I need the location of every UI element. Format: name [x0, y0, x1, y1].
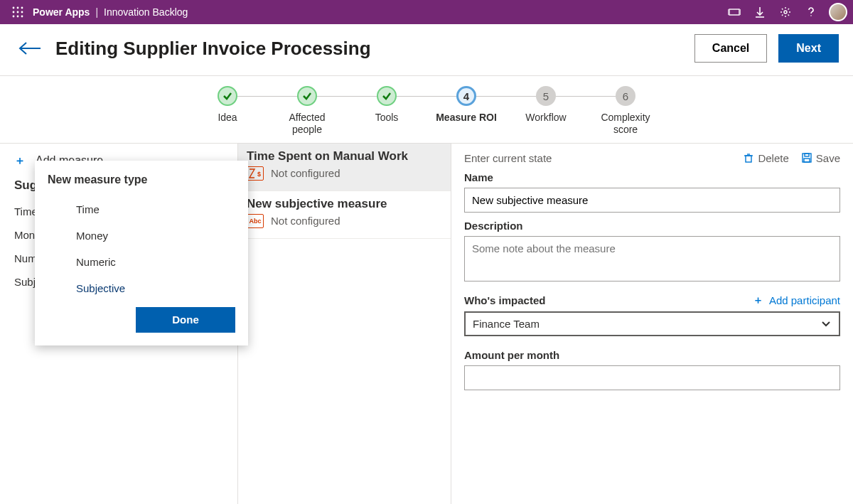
measure-status: Not configured	[271, 167, 340, 179]
svg-point-8	[21, 16, 23, 18]
svg-text:$: $	[257, 171, 261, 178]
svg-point-14	[784, 11, 787, 14]
svg-point-7	[17, 16, 19, 18]
step-circle	[377, 86, 397, 106]
measures-column: Time Spent on Manual Work$Not configured…	[238, 144, 451, 504]
svg-point-15	[810, 15, 812, 16]
download-icon[interactable]	[748, 0, 772, 24]
measure-status: Not configured	[271, 215, 340, 227]
page-header: Editing Supplier Invoice Processing Canc…	[0, 24, 853, 76]
svg-point-2	[21, 7, 23, 9]
measure-title: New subjective measure	[247, 197, 442, 211]
step-1[interactable]: Idea	[188, 86, 267, 124]
popover-option[interactable]: Subjective	[48, 275, 235, 301]
who-row: Who's impacted ＋ Add participant	[464, 294, 840, 307]
name-label: Name	[464, 171, 840, 183]
svg-point-1	[17, 7, 19, 9]
cancel-button[interactable]: Cancel	[694, 34, 767, 63]
step-label: Measure ROI	[436, 112, 497, 124]
user-avatar[interactable]	[829, 3, 847, 21]
popover-option[interactable]: Money	[48, 222, 235, 249]
fit-icon[interactable]	[722, 0, 746, 24]
svg-point-6	[13, 16, 15, 18]
name-input[interactable]	[464, 188, 840, 213]
svg-rect-9	[729, 9, 739, 15]
svg-point-4	[17, 11, 19, 14]
step-label: Affected people	[275, 112, 339, 136]
content-area: ＋ Add measure Suggested TimeMoneyNumeric…	[0, 144, 853, 504]
step-label: Complexity score	[594, 112, 658, 136]
measure-item[interactable]: New subjective measureAbcNot configured	[238, 191, 451, 239]
amount-input[interactable]	[464, 365, 840, 390]
topbar-separator: |	[95, 6, 98, 18]
who-label: Who's impacted	[464, 294, 545, 306]
page-title: Editing Supplier Invoice Processing	[55, 38, 683, 60]
topbar-right	[722, 0, 847, 24]
svg-point-3	[13, 11, 15, 14]
save-button[interactable]: Save	[802, 152, 840, 164]
who-select[interactable]: Finance Team	[464, 311, 840, 336]
top-bar: Power Apps | Innovation Backlog	[0, 0, 853, 24]
description-input[interactable]	[464, 236, 840, 282]
measure-item[interactable]: Time Spent on Manual Work$Not configured	[238, 144, 451, 191]
step-4[interactable]: 4Measure ROI	[426, 86, 506, 124]
step-3[interactable]: Tools	[347, 86, 426, 124]
step-6[interactable]: 6Complexity score	[586, 86, 665, 136]
svg-point-5	[21, 11, 23, 14]
app-launcher-icon[interactable]	[6, 0, 30, 24]
who-value: Finance Team	[473, 318, 540, 330]
svg-rect-23	[804, 159, 810, 162]
step-circle: 6	[616, 86, 635, 106]
svg-rect-18	[746, 156, 751, 162]
plus-icon: ＋	[14, 154, 26, 168]
popover-option[interactable]: Time	[48, 196, 235, 222]
step-circle	[297, 86, 317, 106]
amount-label: Amount per month	[464, 349, 840, 361]
svg-rect-22	[805, 154, 809, 156]
form-top-row: Enter current state Delete Save	[464, 152, 840, 164]
form-column: Enter current state Delete Save Name Des…	[451, 144, 853, 504]
popover-title: New measure type	[48, 173, 235, 186]
description-label: Description	[464, 220, 840, 232]
step-label: Tools	[375, 112, 399, 124]
svg-point-0	[13, 7, 15, 9]
time-icon: $	[247, 166, 264, 181]
trash-icon	[744, 153, 753, 163]
step-2[interactable]: Affected people	[267, 86, 347, 136]
add-participant-button[interactable]: ＋ Add participant	[753, 294, 840, 307]
back-button[interactable]	[16, 34, 44, 63]
step-circle: 4	[456, 86, 476, 106]
step-circle	[218, 86, 237, 106]
stepper: IdeaAffected peopleTools4Measure ROI5Wor…	[0, 76, 853, 144]
popover-option[interactable]: Numeric	[48, 249, 235, 275]
settings-icon[interactable]	[773, 0, 798, 24]
step-5[interactable]: 5Workflow	[506, 86, 586, 124]
step-label: Workflow	[525, 112, 566, 124]
next-button[interactable]: Next	[778, 34, 839, 63]
state-title: Enter current state	[464, 152, 552, 164]
popover-options: TimeMoneyNumericSubjective	[48, 196, 235, 301]
help-icon[interactable]	[799, 0, 823, 24]
abc-icon: Abc	[247, 214, 264, 228]
delete-button[interactable]: Delete	[744, 152, 788, 164]
app-name[interactable]: Power Apps	[33, 6, 90, 18]
step-circle: 5	[536, 86, 556, 106]
measure-title: Time Spent on Manual Work	[247, 149, 442, 163]
save-icon	[802, 153, 812, 163]
measure-type-popover: New measure type TimeMoneyNumericSubject…	[35, 161, 248, 345]
chevron-down-icon	[820, 318, 832, 329]
left-column: ＋ Add measure Suggested TimeMoneyNumeric…	[0, 144, 238, 504]
waffle-icon	[12, 6, 23, 18]
environment-title[interactable]: Innovation Backlog	[104, 6, 188, 18]
popover-done-button[interactable]: Done	[136, 307, 235, 333]
step-label: Idea	[218, 112, 237, 124]
topbar-left: Power Apps | Innovation Backlog	[6, 0, 188, 24]
